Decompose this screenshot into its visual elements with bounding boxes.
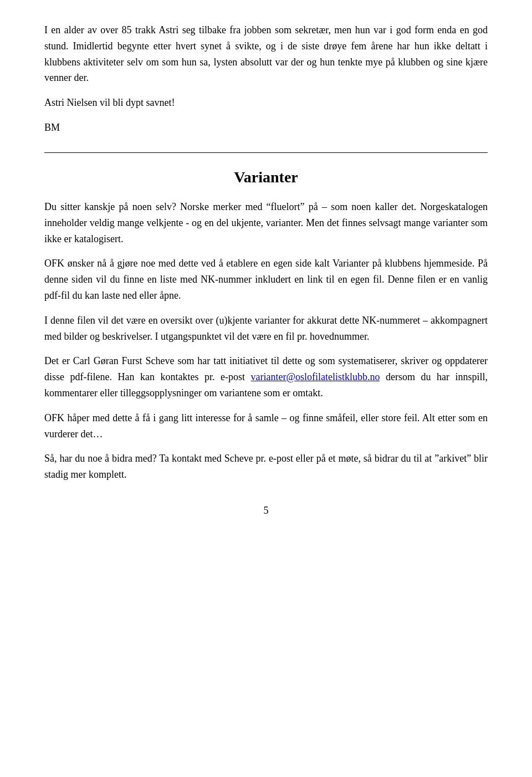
page-number: 5 (44, 505, 488, 517)
varianter-paragraph-1: Du sitter kanskje på noen selv? Norske m… (44, 199, 488, 247)
intro-paragraph: I en alder av over 85 trakk Astri seg ti… (44, 22, 488, 86)
section-divider (44, 152, 488, 153)
page-container: I en alder av over 85 trakk Astri seg ti… (0, 0, 532, 777)
signature-initials: BM (44, 120, 488, 136)
signature-savnet: Astri Nielsen vil bli dypt savnet! (44, 95, 488, 111)
varianter-paragraph-2: OFK ønsker nå å gjøre noe med dette ved … (44, 255, 488, 303)
varianter-paragraph-6: Så, har du noe å bidra med? Ta kontakt m… (44, 451, 488, 483)
varianter-paragraph-5: OFK håper med dette å få i gang litt int… (44, 410, 488, 442)
varianter-paragraph-3: I denne filen vil det være en oversikt o… (44, 313, 488, 345)
varianter-paragraph-4: Det er Carl Gøran Furst Scheve som har t… (44, 353, 488, 401)
section-title-varianter: Varianter (44, 166, 488, 188)
divider-section (44, 152, 488, 153)
email-link[interactable]: varianter@oslofilatelistklubb.no (250, 371, 380, 382)
